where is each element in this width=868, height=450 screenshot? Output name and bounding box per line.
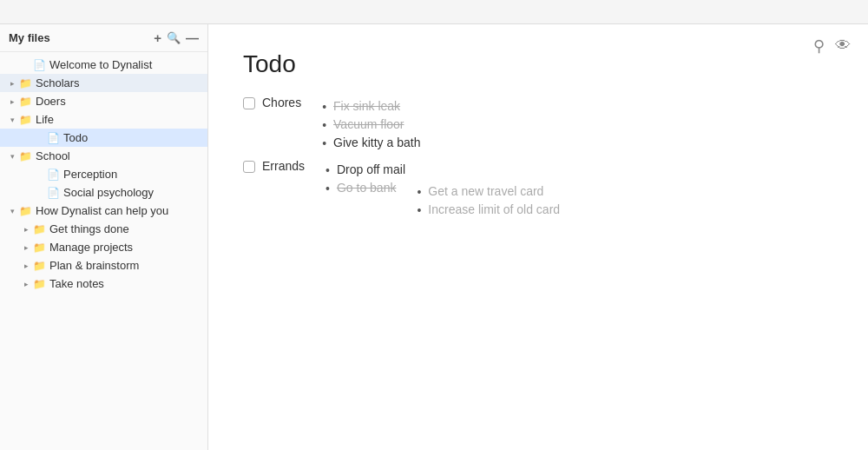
sidebar-label-social_psychology: Social psychology (63, 186, 202, 199)
item-label-errands: Errands (262, 159, 305, 173)
sidebar-label-todo: Todo (63, 131, 202, 144)
bullet-travel_card: • (417, 185, 421, 199)
sidebar-item-how_dynalist[interactable]: How Dynalist can help you (0, 202, 207, 220)
chevron-social_psychology (33, 189, 47, 197)
chevron-how_dynalist (5, 207, 19, 215)
sidebar-label-life: Life (36, 113, 202, 126)
folder-icon-school (19, 149, 32, 162)
sidebar-title: My files (9, 31, 50, 44)
checkbox-chores[interactable] (243, 97, 255, 109)
sidebar-label-plan_brainstorm: Plan & brainstorm (49, 259, 202, 272)
sidebar-label-get_things_done: Get things done (49, 222, 202, 235)
sidebar-label-school: School (36, 149, 202, 162)
search-content-icon[interactable]: ⚲ (813, 36, 825, 56)
eye-icon[interactable]: 👁 (835, 36, 851, 56)
bullet-increase_limit: • (417, 203, 421, 217)
bullet-drop_mail: • (326, 163, 330, 177)
chevron-todo (33, 134, 47, 142)
doc-icon-perception (47, 168, 60, 181)
collapse-icon[interactable]: — (186, 31, 199, 44)
nested-list: •Drop off mail•Go to bank•Get a new trav… (326, 159, 560, 224)
item-label-chores: Chores (262, 96, 301, 109)
item-text-drop_mail: Drop off mail (337, 162, 405, 176)
folder-icon-plan_brainstorm (33, 259, 46, 272)
sidebar-item-life[interactable]: Life (0, 110, 207, 129)
sidebar-label-perception: Perception (63, 168, 202, 181)
list-item-increase_limit: •Increase limit of old card (417, 202, 560, 217)
sidebar-item-plan_brainstorm[interactable]: Plan & brainstorm (0, 256, 207, 275)
sidebar-item-doers[interactable]: Doers (0, 92, 207, 110)
top-level-item-chores: Chores•Fix sink leak•Vacuum floor•Give k… (243, 96, 833, 154)
sidebar-label-doers: Doers (36, 95, 202, 108)
item-text-increase_limit: Increase limit of old card (428, 202, 560, 216)
folder-icon-get_things_done (33, 222, 46, 235)
bullet-fix_sink: • (322, 100, 326, 114)
sidebar-item-scholars[interactable]: Scholars (0, 74, 207, 92)
bullet-vacuum: • (322, 118, 326, 132)
checkbox-errands[interactable] (243, 161, 255, 173)
chevron-perception (33, 170, 47, 179)
sidebar-item-get_things_done[interactable]: Get things done (0, 220, 207, 238)
chevron-plan_brainstorm (19, 261, 33, 270)
bullet-go_bank: • (326, 182, 330, 195)
chevron-scholars (5, 79, 19, 88)
list-item-fix_sink: •Fix sink leak (322, 99, 420, 114)
main-area: My files + 🔍 — Welcome to DynalistSchola… (0, 24, 868, 450)
sidebar-header: My files + 🔍 — (0, 24, 207, 52)
bullet-kitty: • (322, 136, 326, 150)
item-text-travel_card: Get a new travel card (428, 184, 543, 198)
nested-list: •Fix sink leak•Vacuum floor•Give kitty a… (322, 96, 420, 154)
sidebar-item-manage_projects[interactable]: Manage projects (0, 238, 207, 256)
sidebar-label-how_dynalist: How Dynalist can help you (36, 204, 202, 217)
folder-icon-manage_projects (33, 241, 46, 254)
chevron-doers (5, 97, 19, 106)
list-item-kitty: •Give kitty a bath (322, 136, 420, 150)
folder-icon-doers (19, 95, 32, 108)
item-text-fix_sink: Fix sink leak (333, 99, 400, 113)
chevron-school (5, 152, 19, 161)
todo-list: Chores•Fix sink leak•Vacuum floor•Give k… (243, 96, 833, 224)
search-icon[interactable]: 🔍 (167, 32, 181, 43)
content-area: ⚲ 👁 Todo Chores•Fix sink leak•Vacuum flo… (208, 24, 868, 450)
doc-icon-todo (47, 131, 60, 144)
sidebar-label-welcome: Welcome to Dynalist (49, 58, 202, 71)
sidebar: My files + 🔍 — Welcome to DynalistSchola… (0, 24, 208, 450)
top-level-item-errands: Errands•Drop off mail•Go to bank•Get a n… (243, 159, 833, 224)
list-item-vacuum: •Vacuum floor (322, 117, 420, 132)
item-text-kitty: Give kitty a bath (333, 136, 420, 149)
sidebar-label-scholars: Scholars (36, 76, 202, 89)
sidebar-item-welcome[interactable]: Welcome to Dynalist (0, 56, 207, 74)
folder-icon-how_dynalist (19, 204, 32, 217)
doc-icon-social_psychology (47, 186, 60, 199)
chevron-life (5, 116, 19, 124)
sidebar-label-manage_projects: Manage projects (49, 241, 202, 254)
item-wrapper-chores: Chores (243, 96, 301, 109)
doc-icon-welcome (33, 58, 46, 71)
page-title: Todo (243, 50, 833, 78)
list-item-travel_card: •Get a new travel card (417, 184, 560, 199)
folder-icon-life (19, 113, 32, 126)
list-item-go_bank: •Go to bank•Get a new travel card•Increa… (326, 181, 560, 221)
chevron-manage_projects (19, 243, 33, 252)
sidebar-item-todo[interactable]: Todo (0, 129, 207, 147)
top-bar (0, 0, 868, 24)
content-header-icons: ⚲ 👁 (813, 36, 851, 56)
item-text-go_bank: Go to bank (337, 181, 397, 195)
sidebar-label-take_notes: Take notes (49, 277, 202, 290)
add-icon[interactable]: + (154, 31, 161, 44)
sidebar-item-take_notes[interactable]: Take notes (0, 275, 207, 293)
list-item-drop_mail: •Drop off mail (326, 162, 560, 177)
folder-icon-scholars (19, 76, 32, 89)
chevron-take_notes (19, 280, 33, 288)
chevron-welcome (19, 61, 33, 69)
sidebar-item-perception[interactable]: Perception (0, 165, 207, 183)
item-wrapper-errands: Errands (243, 159, 305, 173)
sidebar-item-school[interactable]: School (0, 147, 207, 165)
nested-list: •Get a new travel card•Increase limit of… (417, 181, 560, 221)
folder-icon-take_notes (33, 277, 46, 290)
sidebar-header-icons: + 🔍 — (154, 31, 199, 44)
item-text-vacuum: Vacuum floor (333, 117, 404, 131)
sidebar-item-social_psychology[interactable]: Social psychology (0, 183, 207, 202)
chevron-get_things_done (19, 225, 33, 234)
sidebar-tree: Welcome to DynalistScholarsDoersLife Tod… (0, 52, 207, 296)
